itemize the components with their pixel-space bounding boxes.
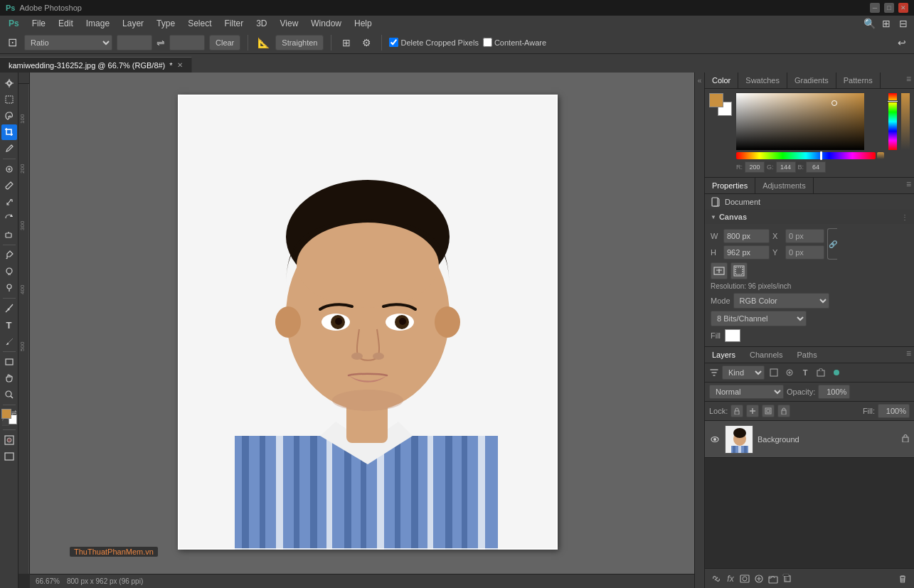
layer-background[interactable]: Background xyxy=(705,421,914,458)
type-tool[interactable]: T xyxy=(1,317,17,333)
canvas-width-input[interactable] xyxy=(723,229,770,243)
maximize-button[interactable]: □ xyxy=(884,3,894,13)
blend-mode-select[interactable]: Normal Multiply Screen Overlay xyxy=(709,385,784,399)
clear-button[interactable]: Clear xyxy=(209,35,240,50)
crop-tool[interactable] xyxy=(1,124,17,140)
pen-tool[interactable] xyxy=(1,301,17,316)
menu-edit[interactable]: Edit xyxy=(53,17,79,30)
canvas-section-header[interactable]: ▼ Canvas ⋮ xyxy=(705,210,914,224)
close-button[interactable]: ✕ xyxy=(898,3,908,13)
width-input[interactable] xyxy=(117,35,152,50)
menu-3d[interactable]: 3D xyxy=(250,17,272,30)
eraser-tool[interactable] xyxy=(1,227,17,242)
zoom-tool[interactable] xyxy=(1,387,17,402)
canvas-image[interactable] xyxy=(178,95,558,550)
canvas-height-input[interactable] xyxy=(723,245,770,260)
menu-ps[interactable]: Ps xyxy=(3,17,25,30)
tab-layers[interactable]: Layers xyxy=(705,347,743,363)
adjustment-filter-icon[interactable] xyxy=(783,366,796,379)
lasso-tool[interactable] xyxy=(1,108,17,124)
image-size-button[interactable] xyxy=(711,262,728,279)
straighten-icon[interactable]: 📐 xyxy=(255,35,271,50)
tab-gradients[interactable]: Gradients xyxy=(787,73,836,88)
color-gradient[interactable] xyxy=(736,93,864,150)
hue-spectrum[interactable] xyxy=(736,152,876,159)
grid-icon[interactable]: ⊞ xyxy=(339,35,354,50)
menu-select[interactable]: Select xyxy=(182,17,217,30)
menu-view[interactable]: View xyxy=(275,17,304,30)
history-brush-tool[interactable] xyxy=(1,210,17,226)
menu-type[interactable]: Type xyxy=(151,17,181,30)
path-selection-tool[interactable] xyxy=(1,333,17,349)
tab-color[interactable]: Color xyxy=(705,73,738,88)
ratio-select[interactable]: Ratio W x H x Resolution Original Ratio xyxy=(24,35,112,50)
color-panel-menu-icon[interactable]: ≡ xyxy=(903,73,914,88)
r-input[interactable] xyxy=(745,161,765,173)
tab-channels[interactable]: Channels xyxy=(743,347,790,363)
tab-close-button[interactable]: ✕ xyxy=(177,61,183,69)
add-mask-button[interactable] xyxy=(738,572,752,586)
tab-swatches[interactable]: Swatches xyxy=(738,73,787,88)
straighten-button[interactable]: Straighten xyxy=(275,35,324,50)
undo-icon[interactable]: ↩ xyxy=(894,35,910,50)
menu-help[interactable]: Help xyxy=(349,17,378,30)
new-layer-button[interactable] xyxy=(780,572,795,586)
add-style-button[interactable]: fx xyxy=(723,572,738,586)
layer-visibility-toggle[interactable] xyxy=(709,434,721,445)
properties-panel-menu-icon[interactable]: ≡ xyxy=(903,178,914,193)
clone-stamp-tool[interactable] xyxy=(1,194,17,210)
pixel-filter-icon[interactable] xyxy=(767,366,780,379)
lock-artboards-button[interactable] xyxy=(762,405,775,417)
fill-color-box[interactable] xyxy=(725,329,740,342)
alpha-spectrum-tall[interactable] xyxy=(901,93,910,150)
canvas-y-input[interactable] xyxy=(785,245,824,260)
panels-collapse-button[interactable]: « xyxy=(695,75,705,85)
delete-layer-button[interactable] xyxy=(896,572,910,586)
right-spectrum[interactable] xyxy=(888,93,897,150)
workspace-icon[interactable]: ⊟ xyxy=(896,16,911,31)
settings-icon[interactable]: ⚙ xyxy=(358,35,374,50)
menu-file[interactable]: File xyxy=(26,17,51,30)
b-input[interactable] xyxy=(806,161,826,173)
paint-bucket-tool[interactable] xyxy=(1,247,17,263)
dodge-tool[interactable] xyxy=(1,280,17,296)
tab-properties[interactable]: Properties xyxy=(705,178,755,193)
new-group-button[interactable] xyxy=(766,572,780,586)
swap-colors-icon[interactable]: ⇌ xyxy=(11,409,17,416)
delete-cropped-checkbox[interactable]: Delete Cropped Pixels xyxy=(389,38,478,47)
fill-input[interactable] xyxy=(878,404,910,418)
bits-select[interactable]: 8 Bits/Channel 16 Bits/Channel 32 Bits/C… xyxy=(711,311,807,326)
canvas-size-button[interactable] xyxy=(730,262,748,279)
lock-position-button[interactable] xyxy=(746,405,759,417)
foreground-color-swatch[interactable] xyxy=(1,409,11,419)
g-input[interactable] xyxy=(776,161,796,173)
lock-pixels-button[interactable] xyxy=(730,405,743,417)
screen-mode-button[interactable] xyxy=(1,449,17,464)
shape-filter-icon[interactable] xyxy=(814,366,827,379)
filter-toggle-icon[interactable] xyxy=(830,366,843,379)
opacity-input[interactable] xyxy=(818,385,850,399)
alpha-spectrum[interactable] xyxy=(877,152,884,159)
marquee-tool[interactable] xyxy=(1,92,17,107)
blur-tool[interactable] xyxy=(1,264,17,279)
menu-layer[interactable]: Layer xyxy=(117,17,149,30)
move-tool[interactable] xyxy=(1,75,17,91)
menu-image[interactable]: Image xyxy=(80,17,115,30)
tab-adjustments[interactable]: Adjustments xyxy=(755,178,814,193)
crop-handle-bl[interactable] xyxy=(178,542,186,550)
hand-tool[interactable] xyxy=(1,370,17,386)
link-wh-icon[interactable]: 🔗 xyxy=(827,228,837,260)
content-aware-checkbox[interactable]: Content-Aware xyxy=(483,38,546,47)
eyedropper-tool[interactable] xyxy=(1,141,17,156)
quick-mask-button[interactable] xyxy=(1,432,17,448)
tab-patterns[interactable]: Patterns xyxy=(836,73,881,88)
lock-all-button[interactable] xyxy=(777,405,790,417)
height-input[interactable] xyxy=(169,35,205,50)
rectangle-tool[interactable] xyxy=(1,354,17,370)
menu-filter[interactable]: Filter xyxy=(218,17,249,30)
fg-color-box[interactable] xyxy=(709,93,723,107)
document-tab[interactable]: kamiwedding-316252.jpg @ 66.7% (RGB/8#) … xyxy=(0,57,192,73)
swap-icon[interactable]: ⇌ xyxy=(156,37,165,48)
search-icon[interactable]: 🔍 xyxy=(861,16,877,31)
layer-kind-filter[interactable]: Kind Name Effect Mode xyxy=(722,365,765,380)
